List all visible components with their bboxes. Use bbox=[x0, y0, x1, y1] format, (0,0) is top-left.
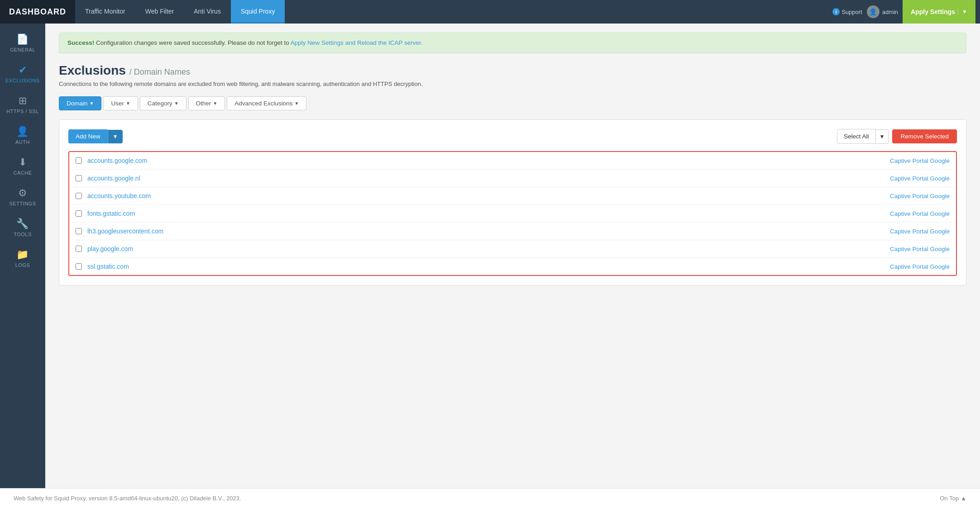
logs-icon: 📁 bbox=[16, 250, 29, 260]
sidebar-item-exclusions[interactable]: ✔ EXCLUSIONS bbox=[0, 59, 45, 90]
table-row: ssl.gstatic.com Captive Portal Google bbox=[69, 258, 956, 275]
add-new-btn-group: Add New ▼ bbox=[68, 129, 123, 143]
filter-tabs: Domain ▼ User ▼ Category ▼ Other ▼ Advan… bbox=[59, 96, 966, 110]
table-row: fonts.gstatic.com Captive Portal Google bbox=[69, 205, 956, 223]
tab-domain-chevron: ▼ bbox=[90, 101, 94, 106]
success-alert: Success! Configuration changes were save… bbox=[59, 33, 966, 53]
sidebar-item-tools[interactable]: 🔧 TOOLS bbox=[0, 213, 45, 243]
on-top-link[interactable]: On Top ▲ bbox=[940, 495, 966, 502]
sidebar-item-exclusions-label: EXCLUSIONS bbox=[5, 78, 40, 83]
row-2-checkbox[interactable] bbox=[76, 175, 82, 181]
row-1-checkbox[interactable] bbox=[76, 157, 82, 164]
select-all-dropdown-arrow[interactable]: ▼ bbox=[876, 129, 889, 144]
tab-advanced-exclusions-label: Advanced Exclusions bbox=[234, 100, 292, 107]
brand-logo: DASHBOARD bbox=[0, 0, 75, 24]
nav-anti-virus[interactable]: Anti Virus bbox=[184, 0, 231, 24]
tab-category[interactable]: Category ▼ bbox=[140, 96, 186, 110]
info-icon: i bbox=[832, 8, 840, 15]
cache-icon: ⬇ bbox=[19, 157, 27, 167]
admin-label: admin bbox=[882, 9, 898, 15]
table-row: lh3.googleusercontent.com Captive Portal… bbox=[69, 223, 956, 240]
auth-icon: 👤 bbox=[16, 127, 29, 137]
tab-category-label: Category bbox=[148, 100, 172, 107]
footer: Web Safety for Squid Proxy, version 8.5-… bbox=[0, 488, 980, 508]
nav-traffic-monitor[interactable]: Traffic Monitor bbox=[75, 0, 135, 24]
page-header: Exclusions / Domain Names bbox=[59, 63, 966, 78]
tab-advanced-exclusions[interactable]: Advanced Exclusions ▼ bbox=[227, 96, 306, 110]
https-ssl-icon: ⊞ bbox=[19, 96, 27, 106]
sidebar-item-settings[interactable]: ⚙ SETTINGS bbox=[0, 182, 45, 213]
tab-user-chevron: ▼ bbox=[126, 101, 130, 106]
sidebar-item-cache[interactable]: ⬇ CACHE bbox=[0, 151, 45, 182]
row-2-domain-name[interactable]: accounts.google.nl bbox=[87, 175, 890, 182]
remove-selected-button[interactable]: Remove Selected bbox=[892, 129, 957, 143]
table-row: play.google.com Captive Portal Google bbox=[69, 240, 956, 258]
row-1-domain-name[interactable]: accounts.google.com bbox=[87, 157, 890, 164]
row-2-domain-tag: Captive Portal Google bbox=[890, 175, 950, 182]
row-3-domain-tag: Captive Portal Google bbox=[890, 193, 950, 199]
tab-advanced-exclusions-chevron: ▼ bbox=[295, 101, 299, 106]
toolbar-right: Select All ▼ Remove Selected bbox=[837, 129, 957, 144]
tab-user-label: User bbox=[111, 100, 124, 107]
table-row: accounts.youtube.com Captive Portal Goog… bbox=[69, 187, 956, 205]
nav-right: i Support 👤 admin Apply Settings ▼ bbox=[832, 0, 980, 24]
sidebar-item-logs-label: LOGS bbox=[15, 262, 30, 268]
alert-message: Configuration changes were saved success… bbox=[96, 39, 291, 46]
sidebar-item-logs[interactable]: 📁 LOGS bbox=[0, 243, 45, 274]
row-7-domain-name[interactable]: ssl.gstatic.com bbox=[87, 263, 890, 270]
tab-domain[interactable]: Domain ▼ bbox=[59, 96, 101, 110]
sidebar-item-tools-label: TOOLS bbox=[14, 232, 32, 237]
row-3-domain-name[interactable]: accounts.youtube.com bbox=[87, 192, 890, 199]
main-layout: 📄 GENERAL ✔ EXCLUSIONS ⊞ HTTPS / SSL 👤 A… bbox=[0, 24, 980, 488]
row-7-domain-tag: Captive Portal Google bbox=[890, 263, 950, 270]
support-link[interactable]: i Support bbox=[832, 8, 862, 15]
row-3-checkbox[interactable] bbox=[76, 193, 82, 199]
footer-copyright: Web Safety for Squid Proxy, version 8.5-… bbox=[14, 495, 241, 502]
row-4-domain-name[interactable]: fonts.gstatic.com bbox=[87, 210, 890, 217]
alert-prefix: Success! bbox=[67, 39, 94, 46]
row-5-domain-name[interactable]: lh3.googleusercontent.com bbox=[87, 228, 890, 235]
add-new-dropdown-arrow[interactable]: ▼ bbox=[108, 130, 123, 143]
tab-domain-label: Domain bbox=[67, 100, 88, 107]
sidebar: 📄 GENERAL ✔ EXCLUSIONS ⊞ HTTPS / SSL 👤 A… bbox=[0, 24, 45, 488]
nav-web-filter[interactable]: Web Filter bbox=[135, 0, 184, 24]
row-6-domain-name[interactable]: play.google.com bbox=[87, 245, 890, 252]
row-4-checkbox[interactable] bbox=[76, 210, 82, 217]
tab-other-label: Other bbox=[196, 100, 211, 107]
nav-squid-proxy[interactable]: Squid Proxy bbox=[231, 0, 285, 24]
tab-other[interactable]: Other ▼ bbox=[188, 96, 225, 110]
tab-other-chevron: ▼ bbox=[213, 101, 217, 106]
page-breadcrumb: / Domain Names bbox=[129, 67, 190, 77]
apply-settings-button[interactable]: Apply Settings ▼ bbox=[903, 0, 975, 24]
page-title: Exclusions bbox=[59, 63, 126, 78]
row-5-checkbox[interactable] bbox=[76, 228, 82, 234]
admin-link[interactable]: 👤 admin bbox=[867, 5, 898, 18]
sidebar-item-general[interactable]: 📄 GENERAL bbox=[0, 28, 45, 59]
tab-user[interactable]: User ▼ bbox=[103, 96, 138, 110]
on-top-label: On Top bbox=[940, 495, 959, 502]
page-description: Connections to the following remote doma… bbox=[59, 81, 966, 87]
tab-category-chevron: ▼ bbox=[174, 101, 179, 106]
row-5-domain-tag: Captive Portal Google bbox=[890, 228, 950, 235]
row-4-domain-tag: Captive Portal Google bbox=[890, 210, 950, 217]
row-7-checkbox[interactable] bbox=[76, 263, 82, 270]
add-new-button[interactable]: Add New bbox=[68, 129, 108, 143]
admin-avatar: 👤 bbox=[867, 5, 880, 18]
apply-settings-label: Apply Settings bbox=[911, 8, 955, 15]
table-toolbar: Add New ▼ Select All ▼ Remove Selected bbox=[68, 129, 957, 144]
alert-link[interactable]: Apply New Settings and Reload the ICAP s… bbox=[291, 39, 423, 46]
sidebar-item-auth-label: AUTH bbox=[15, 139, 30, 145]
row-1-domain-tag: Captive Portal Google bbox=[890, 157, 950, 164]
sidebar-item-https-ssl[interactable]: ⊞ HTTPS / SSL bbox=[0, 90, 45, 120]
on-top-arrow: ▲ bbox=[961, 495, 966, 502]
row-6-domain-tag: Captive Portal Google bbox=[890, 246, 950, 252]
domain-table: accounts.google.com Captive Portal Googl… bbox=[68, 151, 957, 276]
support-label: Support bbox=[841, 9, 862, 15]
sidebar-item-https-ssl-label: HTTPS / SSL bbox=[6, 109, 39, 114]
row-6-checkbox[interactable] bbox=[76, 246, 82, 252]
table-row: accounts.google.com Captive Portal Googl… bbox=[69, 152, 956, 170]
nav-links: Traffic Monitor Web Filter Anti Virus Sq… bbox=[75, 0, 832, 24]
select-all-button[interactable]: Select All bbox=[837, 129, 876, 144]
sidebar-item-auth[interactable]: 👤 AUTH bbox=[0, 120, 45, 151]
top-nav: DASHBOARD Traffic Monitor Web Filter Ant… bbox=[0, 0, 980, 24]
